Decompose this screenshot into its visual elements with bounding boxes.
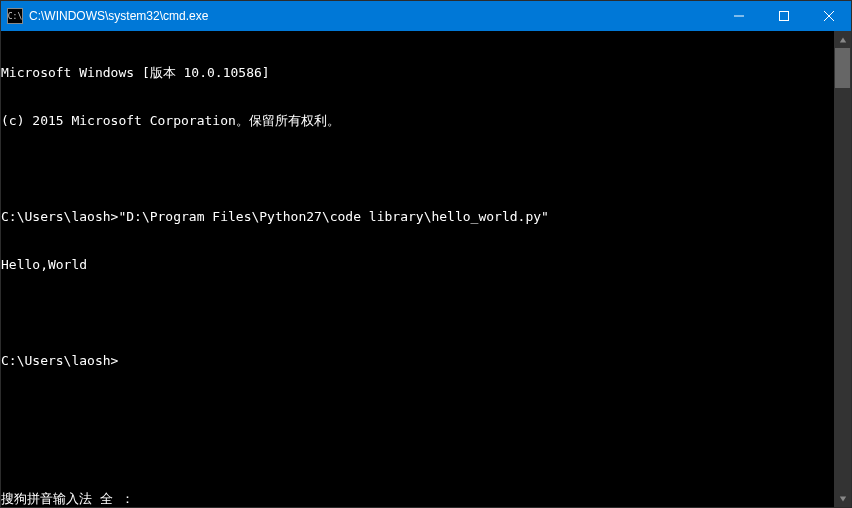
- svg-marker-4: [839, 37, 845, 42]
- console-line: [1, 305, 834, 321]
- svg-rect-1: [779, 12, 788, 21]
- chevron-up-icon: [839, 36, 847, 44]
- maximize-button[interactable]: [761, 1, 806, 31]
- cmd-icon: C:\: [7, 8, 23, 24]
- window-controls: [716, 1, 851, 31]
- cmd-icon-text: C:\: [8, 12, 22, 21]
- content-area: Microsoft Windows [版本 10.0.10586] (c) 20…: [1, 31, 851, 507]
- console-line: C:\Users\laosh>"D:\Program Files\Python2…: [1, 209, 834, 225]
- titlebar[interactable]: C:\ C:\WINDOWS\system32\cmd.exe: [1, 1, 851, 31]
- close-icon: [824, 11, 834, 21]
- svg-marker-5: [839, 496, 845, 501]
- vertical-scrollbar[interactable]: [834, 31, 851, 507]
- close-button[interactable]: [806, 1, 851, 31]
- minimize-button[interactable]: [716, 1, 761, 31]
- scroll-thumb[interactable]: [835, 48, 850, 88]
- window-title: C:\WINDOWS\system32\cmd.exe: [29, 9, 716, 23]
- chevron-down-icon: [839, 495, 847, 503]
- console-line: Microsoft Windows [版本 10.0.10586]: [1, 65, 834, 81]
- ime-status-bar: 搜狗拼音输入法 全 ：: [1, 491, 134, 507]
- console-line: C:\Users\laosh>: [1, 353, 834, 369]
- console-line: (c) 2015 Microsoft Corporation。保留所有权利。: [1, 113, 834, 129]
- console-output[interactable]: Microsoft Windows [版本 10.0.10586] (c) 20…: [1, 31, 834, 507]
- maximize-icon: [779, 11, 789, 21]
- console-line: [1, 161, 834, 177]
- cmd-window: C:\ C:\WINDOWS\system32\cmd.exe Microsof…: [0, 0, 852, 508]
- minimize-icon: [734, 11, 744, 21]
- scroll-up-button[interactable]: [834, 31, 851, 48]
- console-line: Hello,World: [1, 257, 834, 273]
- scroll-down-button[interactable]: [834, 490, 851, 507]
